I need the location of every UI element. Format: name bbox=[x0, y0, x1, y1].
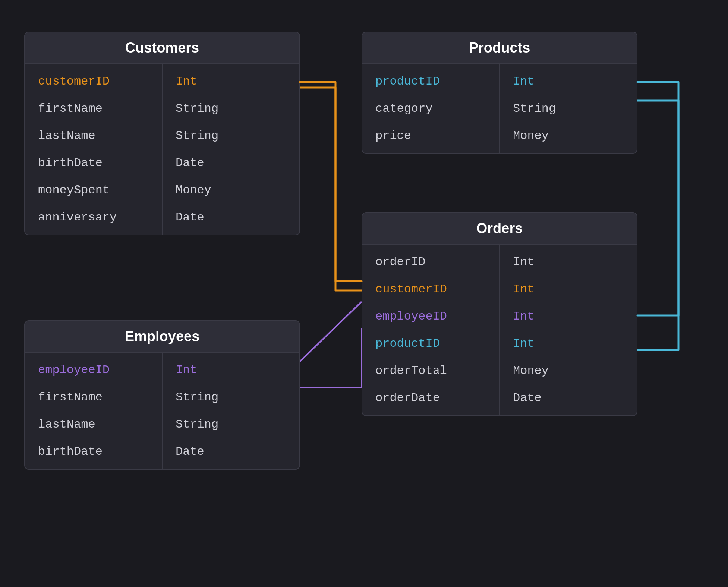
products-types-col: Int String Money bbox=[500, 64, 637, 153]
orders-title: Orders bbox=[362, 213, 637, 245]
products-field-price-name: price bbox=[362, 122, 499, 149]
customers-table: Customers customerID firstName lastName … bbox=[24, 32, 300, 235]
employees-field-employeeID-name: employeeID bbox=[25, 356, 162, 384]
orders-names-col: orderID customerID employeeID productID … bbox=[362, 245, 500, 415]
customers-field-lastName-name: lastName bbox=[25, 122, 162, 149]
employees-names-col: employeeID firstName lastName birthDate bbox=[25, 353, 163, 469]
orders-field-productID-name: productID bbox=[362, 330, 499, 357]
connector-customers-orders bbox=[300, 82, 362, 281]
orders-field-orderTotal-type: Money bbox=[500, 357, 637, 384]
customers-field-moneySpent-name: moneySpent bbox=[25, 177, 162, 204]
orders-field-customerID-type: Int bbox=[500, 276, 637, 303]
orders-field-orderID-name: orderID bbox=[362, 248, 499, 276]
employees-field-birthDate-type: Date bbox=[163, 438, 299, 465]
products-field-category-name: category bbox=[362, 95, 499, 122]
employees-field-lastName-type: String bbox=[163, 411, 299, 438]
products-title: Products bbox=[362, 32, 637, 64]
employees-title: Employees bbox=[25, 321, 299, 353]
products-field-price-type: Money bbox=[500, 122, 637, 149]
orders-field-employeeID-name: employeeID bbox=[362, 303, 499, 330]
orders-table: Orders orderID customerID employeeID pro… bbox=[362, 212, 637, 416]
orders-field-customerID-name: customerID bbox=[362, 276, 499, 303]
employees-field-birthDate-name: birthDate bbox=[25, 438, 162, 465]
customers-field-anniversary-type: Date bbox=[163, 204, 299, 231]
orders-field-orderDate-type: Date bbox=[500, 384, 637, 412]
customers-types-col: Int String String Date Money Date bbox=[163, 64, 299, 235]
customers-field-firstName-type: String bbox=[163, 95, 299, 122]
products-body: productID category price Int String Mone… bbox=[362, 64, 637, 153]
employees-types-col: Int String String Date bbox=[163, 353, 299, 469]
employees-field-firstName-name: firstName bbox=[25, 384, 162, 411]
customers-field-firstName-name: firstName bbox=[25, 95, 162, 122]
customers-field-birthDate-type: Date bbox=[163, 149, 299, 177]
products-names-col: productID category price bbox=[362, 64, 500, 153]
products-field-productID-name: productID bbox=[362, 68, 499, 95]
customers-field-anniversary-name: anniversary bbox=[25, 204, 162, 231]
products-field-productID-type: Int bbox=[500, 68, 637, 95]
employees-field-employeeID-type: Int bbox=[163, 356, 299, 384]
orders-field-orderDate-name: orderDate bbox=[362, 384, 499, 412]
customers-field-lastName-type: String bbox=[163, 122, 299, 149]
orders-types-col: Int Int Int Int Money Date bbox=[500, 245, 637, 415]
customers-field-birthDate-name: birthDate bbox=[25, 149, 162, 177]
connector-products-orders bbox=[637, 82, 678, 315]
customers-field-moneySpent-type: Money bbox=[163, 177, 299, 204]
customers-names-col: customerID firstName lastName birthDate … bbox=[25, 64, 163, 235]
orders-body: orderID customerID employeeID productID … bbox=[362, 245, 637, 415]
employees-table: Employees employeeID firstName lastName … bbox=[24, 320, 300, 470]
products-table: Products productID category price Int St… bbox=[362, 32, 637, 154]
orders-field-orderTotal-name: orderTotal bbox=[362, 357, 499, 384]
employees-body: employeeID firstName lastName birthDate … bbox=[25, 353, 299, 469]
customers-title: Customers bbox=[25, 32, 299, 64]
products-field-category-type: String bbox=[500, 95, 637, 122]
orders-field-orderID-type: Int bbox=[500, 248, 637, 276]
customers-field-customerID-name: customerID bbox=[25, 68, 162, 95]
employees-field-firstName-type: String bbox=[163, 384, 299, 411]
employees-field-lastName-name: lastName bbox=[25, 411, 162, 438]
customers-body: customerID firstName lastName birthDate … bbox=[25, 64, 299, 235]
orders-field-employeeID-type: Int bbox=[500, 303, 637, 330]
diagram-container: Customers customerID firstName lastName … bbox=[0, 0, 728, 587]
orders-field-productID-type: Int bbox=[500, 330, 637, 357]
connector-employees-orders bbox=[300, 302, 362, 361]
customers-field-customerID-type: Int bbox=[163, 68, 299, 95]
